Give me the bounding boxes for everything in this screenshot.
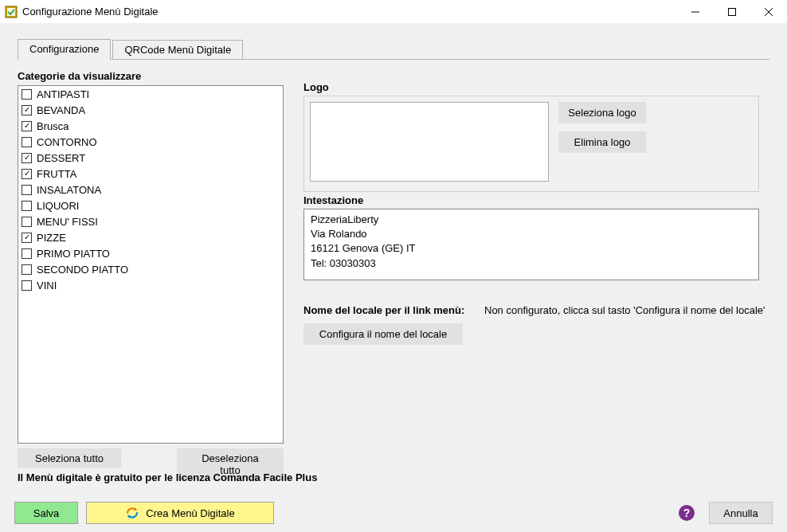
category-label: INSALATONA xyxy=(37,184,101,196)
tab-configurazione[interactable]: Configurazione xyxy=(18,39,111,60)
category-item[interactable]: ✓Brusca xyxy=(18,118,283,134)
category-checkbox[interactable] xyxy=(22,264,32,275)
category-checkbox[interactable] xyxy=(22,185,32,195)
select-all-button[interactable]: Seleziona tutto xyxy=(18,448,121,468)
category-item[interactable]: MENU' FISSI xyxy=(18,213,283,229)
category-checkbox[interactable]: ✓ xyxy=(22,233,32,243)
license-note: Il Menù digitale è gratuito per le licen… xyxy=(18,471,317,483)
svg-rect-3 xyxy=(729,8,736,15)
create-menu-label: Crea Menù Digitale xyxy=(146,507,234,519)
close-button[interactable] xyxy=(750,0,787,24)
category-label: SECONDO PIATTO xyxy=(37,264,128,276)
select-logo-button[interactable]: Seleziona logo xyxy=(558,102,646,123)
logo-preview xyxy=(310,102,549,182)
category-item[interactable]: ✓PIZZE xyxy=(18,229,283,245)
category-label: FRUTTA xyxy=(37,168,76,180)
category-label: DESSERT xyxy=(37,152,85,164)
category-item[interactable]: ✓DESSERT xyxy=(18,150,283,166)
category-checkbox[interactable] xyxy=(22,217,32,227)
tabs: Configurazione QRCode Menù Digitale xyxy=(18,38,245,59)
categories-heading: Categorie da visualizzare xyxy=(18,70,141,82)
category-label: LIQUORI xyxy=(37,200,79,212)
intestazione-textarea[interactable] xyxy=(303,209,759,280)
intestazione-heading: Intestazione xyxy=(303,194,363,206)
category-item[interactable]: ✓BEVANDA xyxy=(18,102,283,118)
category-label: BEVANDA xyxy=(37,104,85,116)
category-checkbox[interactable] xyxy=(22,137,32,147)
app-icon xyxy=(5,6,18,18)
category-checkbox[interactable] xyxy=(22,89,32,100)
category-checkbox[interactable]: ✓ xyxy=(22,105,32,115)
category-label: CONTORNO xyxy=(37,136,97,148)
category-label: ANTIPASTI xyxy=(37,88,89,100)
link-value: Non configurato, clicca sul tasto 'Confi… xyxy=(484,304,765,316)
window-title: Configurazione Menù Digitale xyxy=(22,6,159,18)
link-label: Nome del locale per il link menù: xyxy=(303,304,464,316)
category-label: MENU' FISSI xyxy=(37,216,98,228)
create-menu-button[interactable]: Crea Menù Digitale xyxy=(86,502,274,524)
cancel-button-label: Annulla xyxy=(723,507,758,519)
category-checkbox[interactable] xyxy=(22,248,32,259)
categories-list[interactable]: ANTIPASTI✓BEVANDA✓BruscaCONTORNO✓DESSERT… xyxy=(18,85,284,444)
save-button-label: Salva xyxy=(33,507,60,519)
category-label: Brusca xyxy=(37,120,69,132)
category-item[interactable]: SECONDO PIATTO xyxy=(18,261,283,277)
logo-panel: Seleziona logo Elimina logo xyxy=(303,96,759,192)
category-checkbox[interactable]: ✓ xyxy=(22,153,32,163)
refresh-icon xyxy=(125,506,139,520)
category-item[interactable]: ANTIPASTI xyxy=(18,86,283,102)
minimize-button[interactable] xyxy=(677,0,714,24)
logo-heading: Logo xyxy=(303,81,329,93)
category-checkbox[interactable]: ✓ xyxy=(22,121,32,131)
help-icon[interactable]: ? xyxy=(679,505,695,521)
tab-qrcode[interactable]: QRCode Menù Digitale xyxy=(112,40,243,60)
category-label: PRIMO PIATTO xyxy=(37,248,110,260)
configure-name-button[interactable]: Configura il nome del locale xyxy=(303,323,463,345)
category-item[interactable]: ✓FRUTTA xyxy=(18,166,283,182)
category-label: VINI xyxy=(37,280,57,291)
delete-logo-button[interactable]: Elimina logo xyxy=(558,131,646,153)
titlebar: Configurazione Menù Digitale xyxy=(0,0,787,24)
maximize-button[interactable] xyxy=(714,0,750,24)
tab-underline xyxy=(18,59,769,60)
category-checkbox[interactable]: ✓ xyxy=(22,169,32,179)
category-item[interactable]: LIQUORI xyxy=(18,198,283,213)
cancel-button[interactable]: Annulla xyxy=(709,502,773,524)
bottom-bar: Salva Crea Menù Digitale ? Annulla xyxy=(0,494,787,532)
category-item[interactable]: PRIMO PIATTO xyxy=(18,245,283,261)
category-checkbox[interactable] xyxy=(22,201,32,211)
save-button[interactable]: Salva xyxy=(14,502,78,524)
category-item[interactable]: VINI xyxy=(18,277,283,293)
category-item[interactable]: CONTORNO xyxy=(18,134,283,150)
category-label: PIZZE xyxy=(37,232,66,244)
category-item[interactable]: INSALATONA xyxy=(18,182,283,198)
category-checkbox[interactable] xyxy=(22,280,32,291)
